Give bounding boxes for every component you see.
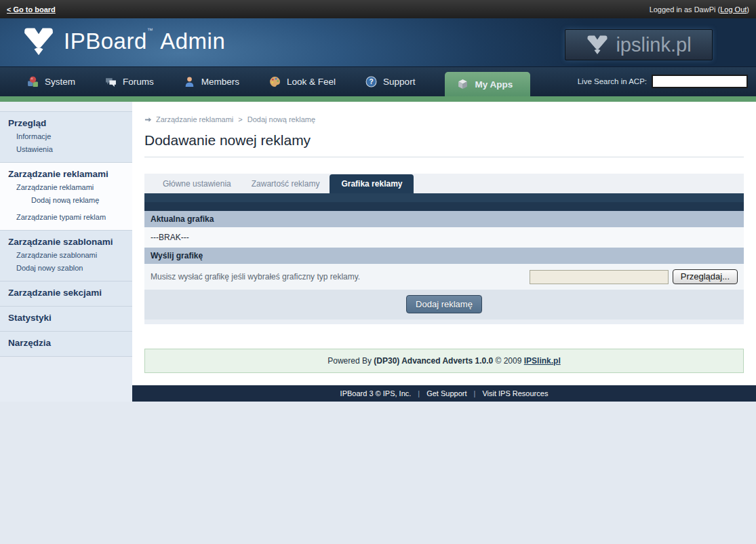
main-content: Zarządzanie reklamami > Dodaj nową rekla… [132,102,756,402]
content-inner: Zarządzanie reklamami > Dodaj nową rekla… [132,102,756,324]
arrow-right-icon [144,116,152,123]
active-tab-strip [0,96,756,102]
trademark-symbol: ™ [147,27,154,34]
sidebar-section-title[interactable]: Zarządzanie sekcjami [8,288,132,298]
sidebar-section-title[interactable]: Zarządzanie szablonami [8,237,132,247]
ipboard-admin-logo[interactable]: IPBoard™Admin [23,26,225,56]
nav-label: My Apps [475,79,513,90]
top-bar: < Go to board Logged in as DawPi (Log Ou… [0,0,756,18]
members-person-icon [184,76,195,88]
tab-zawartosc-reklamy[interactable]: Zawartość reklamy [241,174,330,193]
nav-label: System [45,77,75,87]
submit-row: Dodaj reklamę [144,290,744,319]
current-image-value: ---BRAK--- [144,227,744,248]
sidebar-item-dodaj-nowy-szablon[interactable]: Dodaj nowy szablon [8,261,132,274]
form-toolbar-bar [144,193,744,211]
main-nav: System Forums Members Look & Feel ? S [0,67,756,96]
go-to-board-link[interactable]: < Go to board [7,5,56,14]
sidebar-section-title[interactable]: Statystyki [8,313,132,323]
nav-item-forums[interactable]: Forums [105,76,154,88]
admin-header: IPBoard™Admin ipslink.pl [0,18,756,67]
breadcrumb-link-dodaj-nowa-reklame[interactable]: Dodaj nową reklamę [247,115,315,123]
nav-label: Look & Feel [287,77,336,87]
nav-tab-my-apps[interactable]: My Apps [445,72,530,96]
ipboard-v-shield-icon [23,26,54,56]
browse-button[interactable]: Przeglądaj... [673,269,738,284]
nav-label: Support [383,77,415,87]
logged-in-status: Logged in as DawPi (Log Out) [650,5,749,14]
sidebar-section-zarzadzanie-reklamami: Zarządzanie reklamami Zarządzanie reklam… [0,163,132,231]
sidebar-item-ustawienia[interactable]: Ustawienia [8,142,132,155]
form-box-bottom [144,319,744,324]
sidebar-item-zarzadzanie-typami-reklam[interactable]: Zarządzanie typami reklam [8,210,132,223]
sidebar-section-narzedzia: Narzędzia [0,332,132,357]
nav-item-support[interactable]: ? Support [365,76,415,88]
sidebar-section-zarzadzanie-sekcjami: Zarządzanie sekcjami [0,281,132,307]
sidebar-section-title[interactable]: Narzędzia [8,338,132,348]
footer-copyright: IPBoard 3 © IPS, Inc. [340,389,412,397]
footer-link-get-support[interactable]: Get Support [426,389,466,397]
live-search-input[interactable] [652,75,748,88]
nav-item-members[interactable]: Members [184,76,239,88]
powered-prefix: Powered By [327,356,372,366]
sidebar-section-title[interactable]: Przegląd [8,118,132,128]
logged-in-text: Logged in as DawPi ( [650,5,721,14]
current-image-header: Aktualna grafika [144,211,744,227]
ipslink-v-shield-icon [586,35,609,55]
nav-item-system[interactable]: System [27,76,75,88]
sidebar-item-dodaj-nowa-reklame[interactable]: Dodaj nową reklamę [8,193,132,206]
myapps-package-icon [457,79,469,90]
advert-form-box: Główne ustawienia Zawartość reklamy Graf… [144,174,744,324]
file-upload-control: Przeglądaj... [530,269,738,284]
form-tabstrip: Główne ustawienia Zawartość reklamy Graf… [144,174,744,193]
sidebar-item-zarzadzanie-reklamami[interactable]: Zarządzanie reklamami [8,180,132,193]
footer-separator: | [474,389,476,397]
add-advert-button[interactable]: Dodaj reklamę [406,295,482,313]
breadcrumb-link-zarzadzanie-reklamami[interactable]: Zarządzanie reklamami [156,115,233,123]
powered-by-box: Powered By (DP30) Advanced Adverts 1.0.0… [144,349,744,373]
ipslink-logo-badge[interactable]: ipslink.pl [565,29,713,60]
breadcrumb-separator: > [238,115,242,123]
ipslink-link[interactable]: IPSlink.pl [524,356,561,366]
tab-grafika-reklamy[interactable]: Grafika reklamy [330,174,414,193]
page-title: Dodawanie nowej reklamy [144,132,744,157]
live-search-label: Live Search in ACP: [578,77,647,85]
logged-in-suffix: ) [747,5,749,14]
partner-logo-text: ipslink.pl [616,34,691,56]
nav-label: Forums [123,77,154,87]
system-cubes-icon [27,76,39,88]
sidebar-section-zarzadzanie-szablonami: Zarządzanie szablonami Zarządzanie szabl… [0,231,132,281]
footer-link-visit-ips-resources[interactable]: Visit IPS Resources [482,389,548,397]
powered-copyright: © 2009 [496,356,522,366]
support-question-icon: ? [365,76,377,88]
sidebar: Przegląd Informacje Ustawienia Zarządzan… [0,102,132,402]
lookfeel-palette-icon [269,76,281,88]
page-body: Przegląd Informacje Ustawienia Zarządzan… [0,102,756,402]
upload-header: Wyślij grafikę [144,248,744,264]
brand-title: IPBoard™Admin [64,28,225,54]
breadcrumb: Zarządzanie reklamami > Dodaj nową rekla… [144,115,744,123]
sidebar-item-informacje[interactable]: Informacje [8,130,132,142]
live-search-area: Live Search in ACP: [578,75,748,88]
sidebar-section-statystyki: Statystyki [0,307,132,332]
file-path-input[interactable] [530,270,669,284]
upload-hint: Musisz wysłać grafikę jeśli wybrałeś gra… [151,272,360,281]
powered-product: (DP30) Advanced Adverts 1.0.0 [374,356,493,366]
upload-row: Musisz wysłać grafikę jeśli wybrałeś gra… [144,264,744,290]
footer-bar: IPBoard 3 © IPS, Inc. | Get Support | Vi… [132,385,756,402]
sidebar-item-zarzadzanie-szablonami[interactable]: Zarządzanie szablonami [8,248,132,261]
tab-glowne-ustawienia[interactable]: Główne ustawienia [153,174,241,193]
logout-link[interactable]: Log Out [720,5,747,14]
svg-text:?: ? [370,78,374,85]
page-background [0,402,756,544]
nav-item-lookfeel[interactable]: Look & Feel [269,76,336,88]
footer-separator: | [418,389,420,397]
sidebar-section-przeglad: Przegląd Informacje Ustawienia [0,111,132,163]
forums-bubbles-icon [105,76,117,88]
nav-label: Members [201,77,239,87]
sidebar-section-title[interactable]: Zarządzanie reklamami [8,169,132,179]
